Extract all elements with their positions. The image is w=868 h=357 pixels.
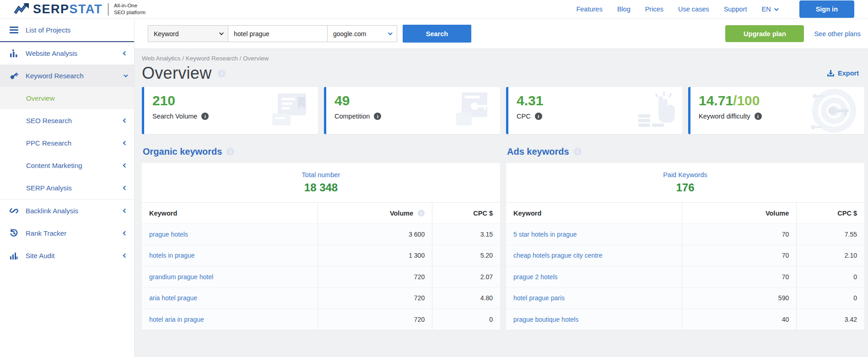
sign-in-button[interactable]: Sign in bbox=[799, 0, 854, 18]
keyword-link[interactable]: prague hotels bbox=[149, 231, 188, 238]
chevron-left-icon bbox=[123, 186, 128, 190]
sidebar-item-seo-research[interactable]: SEO Research bbox=[0, 109, 134, 132]
keyword-link[interactable]: grandium prague hotel bbox=[149, 273, 213, 281]
info-icon[interactable] bbox=[374, 113, 381, 120]
sidebar-item-overview[interactable]: Overview bbox=[0, 87, 134, 109]
stats-row: 210 Search Volume 49 Competition 4.31 CP… bbox=[142, 87, 864, 134]
stat-card-search-volume: 210 Search Volume bbox=[142, 87, 318, 134]
stat-value: 4.31 bbox=[517, 93, 674, 108]
stat-card-keyword-difficulty: 14.71/100 Keyword difficulty bbox=[688, 87, 864, 134]
sidebar-item-rank-tracker[interactable]: Rank Tracker bbox=[0, 222, 134, 244]
see-other-plans-link[interactable]: See other plans bbox=[814, 30, 861, 38]
info-icon[interactable] bbox=[535, 113, 542, 120]
brand-tagline: All-in-One SEO platform bbox=[114, 2, 146, 16]
chevron-left-icon bbox=[123, 51, 128, 56]
info-icon[interactable] bbox=[418, 210, 425, 216]
info-icon[interactable] bbox=[218, 70, 226, 77]
info-icon[interactable] bbox=[755, 113, 762, 120]
language-selector[interactable]: EN bbox=[762, 5, 777, 13]
table-row: hotels in prague 1 300 5.20 bbox=[142, 245, 500, 266]
sidebar-item-label: Backlink Analysis bbox=[26, 207, 78, 215]
stat-value: 14.71/100 bbox=[699, 93, 856, 108]
keyword-link[interactable]: aria hotel prague bbox=[149, 294, 197, 302]
info-icon[interactable] bbox=[226, 148, 234, 156]
info-icon[interactable] bbox=[201, 113, 209, 120]
stat-value: 49 bbox=[334, 93, 492, 108]
sidebar-item-site-audit[interactable]: Site Audit bbox=[0, 244, 134, 267]
sidebar-item-label: SERP Analysis bbox=[26, 184, 72, 192]
sidebar-item-label: List of Projects bbox=[26, 26, 70, 34]
keyword-link[interactable]: prague boutique hotels bbox=[513, 316, 578, 323]
sidebar-item-label: Overview bbox=[26, 94, 55, 102]
history-icon bbox=[8, 229, 19, 238]
chevron-down-icon bbox=[388, 31, 393, 35]
organic-keywords-section: Organic keywords Total number 18 348 Key… bbox=[142, 146, 500, 330]
sidebar-item-website-analysis[interactable]: Website Analysis bbox=[0, 42, 134, 65]
nav-features[interactable]: Features bbox=[576, 5, 602, 13]
table-row: aria hotel prague 720 4.80 bbox=[142, 287, 500, 309]
nav-prices[interactable]: Prices bbox=[645, 5, 663, 13]
top-header: SERPSTAT All-in-One SEO platform Feature… bbox=[0, 0, 868, 19]
ads-keywords-heading: Ads keywords bbox=[507, 146, 569, 157]
info-icon[interactable] bbox=[574, 148, 582, 156]
table-row: hotel aria in prague 720 0 bbox=[142, 308, 500, 330]
sidebar-item-keyword-research[interactable]: Keyword Research bbox=[0, 65, 134, 87]
keyword-search-input[interactable] bbox=[228, 25, 328, 42]
sidebar-item-backlink-analysis[interactable]: Backlink Analysis bbox=[0, 200, 134, 222]
sidebar-item-list-of-projects[interactable]: List of Projects bbox=[0, 19, 134, 41]
header-nav: Features Blog Prices Use cases Support E… bbox=[576, 0, 854, 18]
keyword-link[interactable]: prague 2 hotels bbox=[513, 273, 558, 281]
table-header-row: Keyword Volume CPC $ bbox=[506, 202, 864, 223]
ads-summary: Paid Keywords 176 bbox=[506, 163, 864, 202]
chevron-left-icon bbox=[123, 254, 128, 258]
link-icon bbox=[8, 206, 19, 215]
sidebar-item-label: Rank Tracker bbox=[26, 229, 66, 237]
stat-label: CPC bbox=[517, 113, 674, 120]
sidebar-item-content-marketing[interactable]: Content Marketing bbox=[0, 154, 134, 177]
stat-value: 210 bbox=[152, 93, 310, 108]
page-title: Overview bbox=[142, 64, 211, 83]
table-row: 5 star hotels in prague 70 7.55 bbox=[506, 223, 864, 245]
ads-keywords-table: Paid Keywords 176 Keyword Volume CPC $ 5… bbox=[506, 163, 864, 330]
key-icon bbox=[8, 71, 19, 81]
table-row: cheap hotels prague city centre 70 2.10 bbox=[506, 245, 864, 266]
sidebar: List of Projects Website Analysis Keywor… bbox=[0, 19, 135, 357]
sidebar-item-ppc-research[interactable]: PPC Research bbox=[0, 132, 134, 154]
upgrade-plan-button[interactable]: Upgrade plan bbox=[725, 25, 804, 42]
search-engine-dropdown[interactable]: google.com bbox=[328, 25, 397, 42]
table-header-row: Keyword Volume CPC $ bbox=[142, 202, 500, 223]
nav-support[interactable]: Support bbox=[724, 5, 747, 13]
keyword-link[interactable]: hotel prague paris bbox=[513, 294, 565, 302]
search-toolbar: Keyword google.com Search Upgrade plan S… bbox=[135, 19, 868, 49]
organic-summary: Total number 18 348 bbox=[142, 163, 500, 202]
nav-blog[interactable]: Blog bbox=[617, 5, 631, 13]
serpstat-logo[interactable]: SERPSTAT bbox=[14, 2, 102, 16]
sidebar-item-label: Site Audit bbox=[26, 252, 54, 260]
stat-card-competition: 49 Competition bbox=[324, 87, 500, 134]
stat-label: Search Volume bbox=[152, 113, 310, 120]
search-type-dropdown[interactable]: Keyword bbox=[148, 25, 228, 42]
keyword-link[interactable]: hotel aria in prague bbox=[149, 316, 204, 323]
nav-use-cases[interactable]: Use cases bbox=[678, 5, 709, 13]
download-icon bbox=[827, 70, 835, 77]
export-button[interactable]: Export bbox=[827, 70, 859, 77]
chevron-down-icon bbox=[774, 6, 779, 11]
keyword-link[interactable]: cheap hotels prague city centre bbox=[513, 252, 603, 259]
breadcrumb[interactable]: Web Analytics / Keyword Research / Overv… bbox=[142, 55, 864, 62]
analytics-icon bbox=[8, 49, 19, 57]
search-button[interactable]: Search bbox=[403, 25, 471, 43]
chevron-down-icon bbox=[124, 73, 128, 77]
stat-label: Keyword difficulty bbox=[699, 113, 856, 120]
sidebar-item-label: Content Marketing bbox=[26, 162, 82, 169]
serpstat-logo-icon bbox=[14, 2, 29, 16]
stat-label: Competition bbox=[334, 113, 492, 120]
sidebar-item-label: Keyword Research bbox=[26, 72, 84, 80]
keyword-link[interactable]: hotels in prague bbox=[149, 252, 195, 259]
chevron-left-icon bbox=[123, 163, 128, 168]
chevron-left-icon bbox=[123, 231, 128, 236]
organic-keywords-heading: Organic keywords bbox=[143, 146, 222, 157]
sidebar-item-serp-analysis[interactable]: SERP Analysis bbox=[0, 177, 134, 199]
table-row: prague hotels 3 600 3.15 bbox=[142, 223, 500, 245]
keyword-link[interactable]: 5 star hotels in prague bbox=[513, 231, 577, 238]
organic-keywords-table: Total number 18 348 Keyword Volume CPC $… bbox=[142, 163, 500, 330]
